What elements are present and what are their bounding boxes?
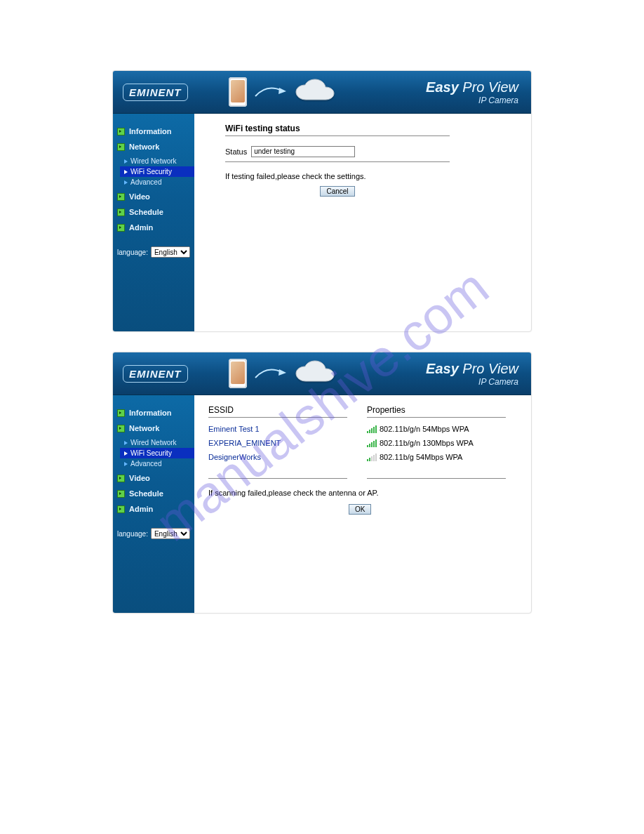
arrow-icon xyxy=(254,366,289,380)
property-row: 802.11b/g 54Mbps WPA xyxy=(367,453,506,461)
signal-strong-icon xyxy=(367,425,377,433)
wifi-scan-panel: EMINENT Easy Pro View IP Camera Informat… xyxy=(112,352,532,614)
nav-admin[interactable]: Admin xyxy=(113,220,194,235)
nav-information[interactable]: Information xyxy=(113,124,194,139)
nav-wifi-security[interactable]: WiFi Security xyxy=(120,166,194,177)
bullet-icon xyxy=(117,128,125,135)
ok-button[interactable]: OK xyxy=(349,504,371,515)
nav-admin[interactable]: Admin xyxy=(113,501,194,517)
content-area: ESSID Eminent Test 1 EXPERIA_EMINENT Des… xyxy=(194,395,531,613)
property-row: 802.11b/g/n 130Mbps WPA xyxy=(367,439,506,447)
status-label: Status xyxy=(225,147,247,156)
essid-link[interactable]: DesignerWorks xyxy=(208,453,347,461)
sidebar: Information Network Wired Network WiFi S… xyxy=(113,395,194,613)
bullet-icon xyxy=(117,505,125,513)
hint-text: If testing failed,please check the setti… xyxy=(225,172,517,180)
essid-header: ESSID xyxy=(208,405,347,418)
bullet-icon xyxy=(117,490,125,498)
triangle-icon xyxy=(124,451,128,456)
cancel-button[interactable]: Cancel xyxy=(320,186,354,197)
nav-advanced[interactable]: Advanced xyxy=(120,177,194,187)
bullet-icon xyxy=(117,208,125,216)
section-title: WiFi testing status xyxy=(225,124,450,136)
signal-weak-icon xyxy=(367,454,377,461)
bullet-icon xyxy=(117,409,125,417)
hint-text: If scanning failed,please check the ante… xyxy=(208,489,517,497)
nav-wifi-security[interactable]: WiFi Security xyxy=(120,448,194,458)
language-label: language: xyxy=(117,530,148,538)
language-select[interactable]: English xyxy=(151,528,190,539)
language-label: language: xyxy=(117,249,148,256)
bullet-icon xyxy=(117,143,125,151)
bullet-icon xyxy=(117,224,125,232)
brand-logo: EMINENT xyxy=(123,365,188,383)
brand-logo: EMINENT xyxy=(123,84,188,101)
cloud-icon xyxy=(293,360,344,387)
signal-strong-icon xyxy=(367,439,377,447)
status-value: under testing xyxy=(251,146,355,157)
brand-title: Easy Pro View IP Camera xyxy=(426,79,518,105)
triangle-icon xyxy=(124,170,128,174)
bullet-icon xyxy=(117,425,125,432)
bullet-icon xyxy=(117,193,125,201)
arrow-icon xyxy=(254,85,289,99)
triangle-icon xyxy=(124,159,128,164)
nav-advanced[interactable]: Advanced xyxy=(120,458,194,469)
header-banner: EMINENT Easy Pro View IP Camera xyxy=(113,352,531,395)
cloud-icon xyxy=(293,79,344,105)
brand-title: Easy Pro View IP Camera xyxy=(426,361,518,387)
nav-video[interactable]: Video xyxy=(113,470,194,486)
essid-link[interactable]: EXPERIA_EMINENT xyxy=(208,439,347,447)
bullet-icon xyxy=(117,475,125,482)
content-area: WiFi testing status Status under testing… xyxy=(194,114,531,331)
header-banner: EMINENT Easy Pro View IP Camera xyxy=(113,71,531,114)
nav-network[interactable]: Network xyxy=(113,421,194,436)
phone-icon xyxy=(229,77,247,107)
essid-link[interactable]: Eminent Test 1 xyxy=(208,425,347,433)
nav-wired-network[interactable]: Wired Network xyxy=(120,437,194,448)
triangle-icon xyxy=(124,441,128,445)
nav-video[interactable]: Video xyxy=(113,189,194,204)
triangle-icon xyxy=(124,180,128,185)
nav-wired-network[interactable]: Wired Network xyxy=(120,156,194,166)
language-select[interactable]: English xyxy=(151,246,190,258)
properties-header: Properties xyxy=(367,405,506,418)
nav-information[interactable]: Information xyxy=(113,405,194,421)
nav-network[interactable]: Network xyxy=(113,139,194,154)
nav-schedule[interactable]: Schedule xyxy=(113,486,194,501)
nav-schedule[interactable]: Schedule xyxy=(113,204,194,220)
property-row: 802.11b/g/n 54Mbps WPA xyxy=(367,425,506,433)
sidebar: Information Network Wired Network WiFi S… xyxy=(113,114,194,331)
triangle-icon xyxy=(124,462,128,466)
wifi-testing-panel: EMINENT Easy Pro View IP Camera Informat… xyxy=(112,70,532,332)
phone-icon xyxy=(229,359,247,388)
